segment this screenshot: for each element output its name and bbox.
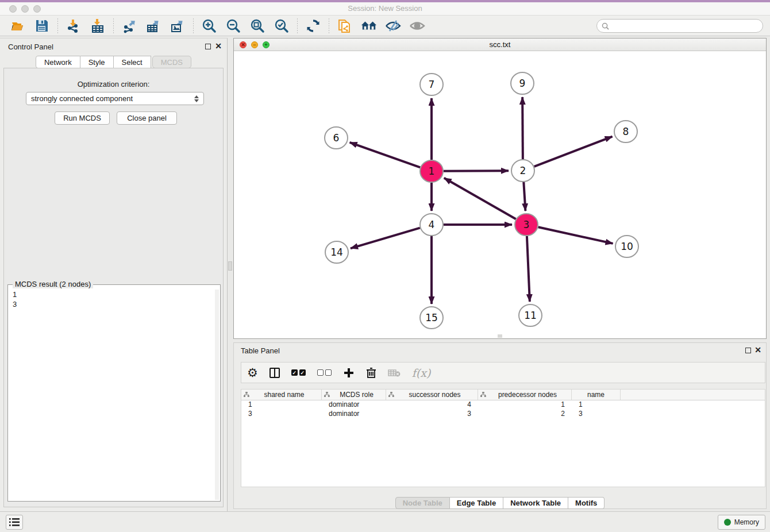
tab-motifs[interactable]: Motifs <box>568 497 605 509</box>
node-table[interactable]: shared nameMCDS rolesuccessor nodesprede… <box>241 389 765 487</box>
column-layout-icon[interactable] <box>270 367 280 379</box>
dropdown-stepper-icon <box>194 95 199 102</box>
hide-details-icon[interactable] <box>385 18 401 34</box>
column-header-successor-nodes[interactable]: successor nodes <box>386 390 478 400</box>
cell-shared-name[interactable]: 1 <box>241 400 322 410</box>
edge-3-11[interactable] <box>527 236 530 302</box>
node-label-8: 8 <box>623 126 629 137</box>
import-network-icon[interactable] <box>66 18 82 34</box>
memory-button[interactable]: Memory <box>718 515 765 530</box>
save-session-icon[interactable] <box>34 18 50 34</box>
edge-2-3[interactable] <box>523 182 525 211</box>
table-panel-tabs: Node TableEdge TableNetwork TableMotifs <box>234 497 766 509</box>
edge-3-1[interactable] <box>444 178 516 219</box>
cell-successor-nodes[interactable]: 4 <box>386 400 478 410</box>
zoom-selected-icon[interactable] <box>274 18 290 34</box>
result-scrollbar[interactable] <box>215 290 219 500</box>
select-all-icon[interactable]: ✓✓ <box>291 367 306 379</box>
table-row[interactable]: 3dominator323 <box>241 410 765 419</box>
hierarchy-icon <box>388 392 394 398</box>
edge-2-8[interactable] <box>534 137 613 167</box>
table-toolbar: ⚙ ✓✓ f(x) <box>241 362 765 383</box>
edge-3-10[interactable] <box>538 227 613 244</box>
cell-predecessor-nodes[interactable]: 1 <box>478 400 572 410</box>
delete-table-icon[interactable] <box>388 367 401 379</box>
tab-mcds[interactable]: MCDS <box>152 56 191 68</box>
cell-predecessor-nodes[interactable]: 2 <box>478 410 572 419</box>
table-panel: Table Panel ✕ ⚙ ✓✓ f(x) shared nameMCDS … <box>233 342 767 509</box>
search-input[interactable] <box>613 22 758 30</box>
edge-1-2[interactable] <box>444 171 509 171</box>
open-session-icon[interactable] <box>10 18 26 34</box>
edge-1-6[interactable] <box>350 142 421 167</box>
refresh-icon[interactable] <box>305 18 321 34</box>
node-label-4: 4 <box>429 219 435 230</box>
cell-MCDS-role[interactable]: dominator <box>322 410 386 419</box>
close-panel-button[interactable]: Close panel <box>117 111 177 125</box>
cell-name[interactable]: 1 <box>572 400 621 410</box>
zoom-fit-icon[interactable] <box>249 18 265 34</box>
toolbar-separator <box>193 18 194 33</box>
node-label-6: 6 <box>333 132 340 144</box>
memory-label: Memory <box>734 518 759 526</box>
run-mcds-button[interactable]: Run MCDS <box>55 111 110 125</box>
tab-network-table[interactable]: Network Table <box>503 497 568 509</box>
node-label-1: 1 <box>429 165 435 177</box>
export-table-icon[interactable] <box>145 18 161 34</box>
hierarchy-icon <box>324 392 330 398</box>
float-table-panel-icon[interactable] <box>745 348 751 353</box>
column-header-predecessor-nodes[interactable]: predecessor nodes <box>478 390 572 400</box>
cell-MCDS-role[interactable]: dominator <box>322 400 386 410</box>
main-toolbar <box>0 16 770 36</box>
cell-shared-name[interactable]: 3 <box>241 410 322 419</box>
search-box[interactable] <box>596 19 763 33</box>
export-image-icon[interactable] <box>170 18 186 34</box>
deselect-all-icon[interactable] <box>317 367 332 379</box>
zoom-in-icon[interactable] <box>201 18 217 34</box>
network-view-title: scc.txt <box>234 40 766 49</box>
tab-network[interactable]: Network <box>36 56 80 68</box>
column-header-name[interactable]: name <box>572 390 621 400</box>
toolbar-separator <box>329 18 329 33</box>
status-bar: Memory <box>0 511 770 532</box>
tab-select[interactable]: Select <box>114 56 151 68</box>
cell-name[interactable]: 3 <box>572 410 621 419</box>
table-row[interactable]: 1dominator411 <box>241 400 765 410</box>
tab-style[interactable]: Style <box>80 56 114 68</box>
tab-edge-table[interactable]: Edge Table <box>450 497 503 509</box>
cell-successor-nodes[interactable]: 3 <box>386 410 478 419</box>
add-column-icon[interactable] <box>343 367 355 379</box>
mcds-result-title: MCDS result (2 nodes) <box>13 280 93 288</box>
table-panel-title: Table Panel <box>241 346 280 355</box>
node-label-10: 10 <box>621 241 633 252</box>
view-scroll-handle[interactable] <box>498 334 502 338</box>
column-header-shared-name[interactable]: shared name <box>241 390 322 400</box>
function-builder-icon[interactable]: f(x) <box>412 367 431 379</box>
optimization-criterion-dropdown[interactable]: strongly connected component <box>26 92 204 105</box>
node-label-7: 7 <box>429 79 435 90</box>
close-table-panel-icon[interactable]: ✕ <box>754 345 761 354</box>
birdseye-icon[interactable] <box>409 18 425 34</box>
edge-2-9[interactable] <box>522 97 523 159</box>
float-panel-icon[interactable] <box>205 44 211 49</box>
list-icon <box>9 518 20 527</box>
houses-icon[interactable] <box>361 18 377 34</box>
duplicate-network-icon[interactable] <box>337 18 353 34</box>
mcds-result-text[interactable]: 1 3 <box>9 290 214 500</box>
task-history-button[interactable] <box>6 515 23 530</box>
node-label-15: 15 <box>425 312 438 323</box>
import-table-icon[interactable] <box>90 18 106 34</box>
edge-4-14[interactable] <box>351 228 420 249</box>
gear-icon[interactable]: ⚙ <box>247 367 258 379</box>
export-network-icon[interactable] <box>121 18 137 34</box>
tab-node-table[interactable]: Node Table <box>395 497 450 509</box>
panel-divider-handle[interactable] <box>228 261 232 271</box>
zoom-out-icon[interactable] <box>225 18 241 34</box>
column-header-MCDS-role[interactable]: MCDS role <box>322 390 386 400</box>
delete-column-icon[interactable] <box>366 367 376 379</box>
network-graph-canvas[interactable]: 7968124314101511 <box>234 51 766 339</box>
close-panel-icon[interactable]: ✕ <box>215 41 222 51</box>
optimization-criterion-label: Optimization criterion: <box>4 80 223 88</box>
network-window-titlebar[interactable]: ✕ − + scc.txt <box>234 38 766 51</box>
control-panel: Control Panel ✕ NetworkStyleSelectMCDS O… <box>0 38 228 511</box>
